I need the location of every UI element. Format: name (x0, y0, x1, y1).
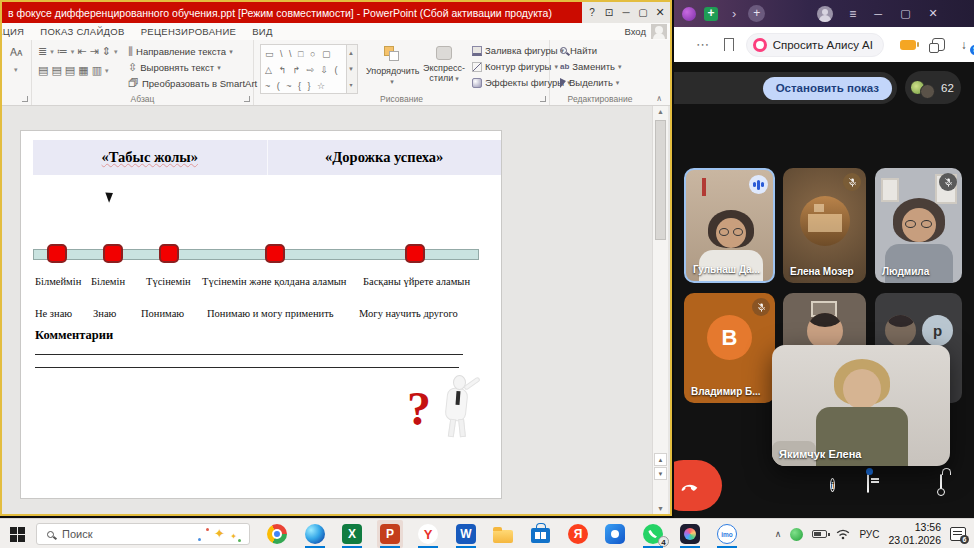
arrange-button[interactable]: Упорядочить (366, 46, 418, 86)
find-button[interactable]: Найти (560, 45, 597, 56)
app-icon-powerpoint[interactable]: P (377, 520, 403, 548)
slide-scrollbar[interactable]: ▲ ▲ ▼ ▼ (652, 106, 668, 514)
paragraph-dialog-launcher[interactable] (244, 96, 250, 102)
account-avatar[interactable] (651, 24, 667, 39)
scrollbar-thumb[interactable] (655, 120, 666, 240)
taskbar-search[interactable]: Поиск ✦ ✦ (36, 523, 250, 545)
align-text-button[interactable]: ⇳Выровнять текст (128, 61, 221, 74)
replace-button[interactable]: ab Заменить (560, 61, 622, 72)
ribbon-options-icon[interactable]: ⊡ (602, 7, 616, 18)
battery-icon[interactable] (812, 530, 827, 538)
participants-chip[interactable]: 62 (905, 71, 961, 104)
app-icon-chrome[interactable] (264, 520, 290, 548)
align-center-icon[interactable]: ▤ (51, 64, 61, 77)
timeline-marker[interactable] (159, 244, 179, 263)
tab-animation[interactable]: АЦИЯ (2, 26, 32, 37)
app-icon-edge[interactable] (302, 520, 328, 548)
restore-icon[interactable]: ▢ (636, 7, 650, 18)
app-icon-yandex-browser[interactable]: Y (415, 520, 441, 548)
timeline-marker[interactable] (265, 244, 285, 263)
align-right-icon[interactable]: ▤ (65, 64, 75, 77)
scroll-down-icon[interactable]: ▼ (654, 505, 667, 512)
powerpoint-titlebar[interactable]: в фокусе дифференцированного обучения.pp… (2, 2, 670, 23)
tab-favicon-purple[interactable] (682, 7, 696, 21)
collapse-ribbon-icon[interactable]: ∧ (656, 94, 662, 103)
question-man-image[interactable]: ? (401, 375, 497, 453)
text-direction-button[interactable]: ⫼Направление текста (128, 45, 233, 58)
smartart-button[interactable]: 🗇Преобразовать в SmartArt (128, 77, 264, 90)
video-tile-lyudmila[interactable]: Людмила (875, 168, 962, 283)
pip-video-yakimchuk[interactable]: Якимчук Елена (772, 345, 950, 466)
app-icon-imo[interactable]: imo (714, 520, 740, 548)
browser-minimize-icon[interactable]: ─ (874, 8, 882, 20)
tab-view[interactable]: ВИД (244, 26, 281, 37)
shape-gallery-scrollbar[interactable]: ▲▼▾ (346, 45, 357, 93)
lock-meeting-icon[interactable] (940, 475, 942, 493)
scroll-up-icon[interactable]: ▲ (654, 108, 667, 115)
browser-restore-icon[interactable]: ▢ (900, 7, 910, 20)
collections-icon[interactable] (932, 38, 944, 51)
justify-icon[interactable]: ▦ (78, 64, 88, 77)
shape-gallery[interactable]: ▭ \ \ □ ○ ▢△ ↰ ↱ ⇨ ⇩ (~ ( ~ { } ☆ ▲▼▾ (260, 44, 358, 94)
power-saving-icon[interactable] (900, 40, 916, 50)
video-tile-elena-mozer[interactable]: Елена Мозер (783, 168, 866, 283)
tray-expand-icon[interactable]: ∧ (775, 529, 782, 539)
line-spacing-icon[interactable]: ⇕ (102, 45, 111, 58)
browser-profile-avatar[interactable] (817, 6, 833, 22)
toolbar-more-icon[interactable]: ⋯ (696, 37, 710, 52)
app-icon-word[interactable]: W (453, 520, 479, 548)
ask-alice-button[interactable]: Спросить Алису AI (746, 33, 884, 57)
numbering-icon[interactable]: ≔ (57, 45, 68, 58)
bullets-icon[interactable]: ≣ (38, 45, 47, 58)
chat-icon[interactable] (867, 475, 869, 493)
minimize-icon[interactable]: ─ (619, 7, 633, 18)
sign-in-link[interactable]: Вход (625, 23, 647, 40)
quick-styles-button[interactable]: Экспресс- стили (420, 46, 468, 83)
tab-favicon-green[interactable] (704, 7, 718, 21)
browser-close-icon[interactable]: ✕ (929, 7, 938, 20)
app-icon-store[interactable] (527, 520, 553, 548)
shape-outline-button[interactable]: Контур фигуры (472, 61, 558, 72)
stop-sharing-button[interactable]: Остановить показ (763, 77, 892, 100)
font-dropdown-icon[interactable]: ▾ (14, 66, 18, 74)
timeline-marker[interactable] (47, 244, 67, 263)
tray-app-icon[interactable] (790, 528, 803, 541)
increase-indent-icon[interactable]: ⇥ (89, 45, 98, 58)
app-icon-explorer[interactable] (490, 520, 516, 548)
start-button[interactable] (10, 527, 25, 542)
columns-icon[interactable]: ▥ (92, 64, 102, 77)
clear-format-icon[interactable]: 🗛 (10, 46, 22, 59)
new-tab-button[interactable]: + (748, 5, 765, 22)
browser-menu-icon[interactable]: ≡ (849, 7, 856, 21)
notifications-icon[interactable]: 6 (950, 527, 966, 541)
video-tile-gulnash[interactable]: Гульнаш Да... (684, 168, 775, 283)
font-dialog-launcher[interactable] (22, 96, 28, 102)
next-slide-button[interactable]: ▼ (654, 467, 667, 480)
app-icon-mail[interactable] (602, 520, 628, 548)
language-indicator[interactable]: РУС (859, 529, 879, 540)
drawing-dialog-launcher[interactable] (540, 96, 546, 102)
tab-slideshow[interactable]: ПОКАЗ СЛАЙДОВ (32, 26, 132, 37)
app-icon-whatsapp[interactable]: 4 (640, 520, 666, 548)
clock[interactable]: 13:56 23.01.2026 (888, 521, 941, 547)
meeting-info-icon[interactable]: i (830, 475, 835, 494)
select-button[interactable]: Выделить (560, 77, 619, 88)
timeline-marker[interactable] (405, 244, 425, 263)
tab-review[interactable]: РЕЦЕНЗИРОВАНИЕ (133, 26, 245, 37)
close-icon[interactable]: ✕ (653, 6, 667, 19)
bookmark-icon[interactable] (724, 38, 734, 51)
downloads-icon[interactable]: ↓ 5 (961, 38, 974, 52)
video-tile-vladimir[interactable]: В Владимир Б... (684, 293, 775, 403)
timeline-marker[interactable] (103, 244, 123, 263)
tab-scroll-icon[interactable]: › (732, 6, 736, 21)
slide[interactable]: «Табыс жолы» «Дорожка успеха» Білмеймін … (20, 130, 502, 499)
wifi-icon[interactable] (836, 528, 850, 540)
app-icon-excel[interactable]: X (339, 520, 365, 548)
app-icon-yandex[interactable]: Я (565, 520, 591, 548)
help-icon[interactable]: ? (585, 7, 599, 18)
decrease-indent-icon[interactable]: ⇤ (77, 45, 86, 58)
previous-slide-button[interactable]: ▲ (654, 453, 667, 466)
hangup-button[interactable] (674, 460, 722, 511)
align-left-icon[interactable]: ▤ (38, 64, 48, 77)
app-icon-photos[interactable] (677, 520, 703, 548)
